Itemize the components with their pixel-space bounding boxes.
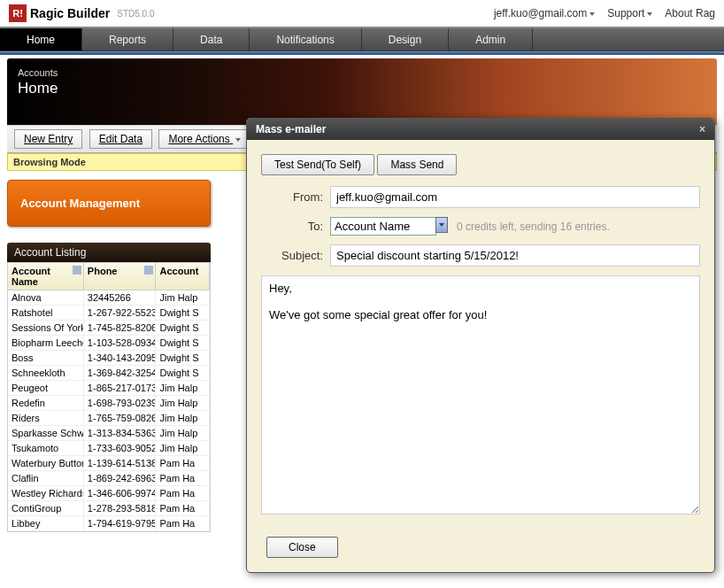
nav-bar: Home Reports Data Notifications Design A… — [0, 27, 724, 51]
table-row[interactable]: Boss1-340-143-2095Dwight S — [8, 351, 210, 366]
to-select[interactable]: Account Name — [330, 217, 436, 236]
table-row[interactable]: Westley Richards1-346-606-9974Pam Ha — [8, 486, 210, 501]
table-row[interactable]: Waterbury Button1-139-614-5138Pam Ha — [8, 456, 210, 471]
mass-send-button[interactable]: Mass Send — [377, 154, 457, 175]
new-entry-button[interactable]: New Entry — [14, 129, 82, 149]
close-button[interactable]: Close — [266, 537, 338, 558]
nav-admin[interactable]: Admin — [449, 28, 533, 50]
table-row[interactable]: Riders1-765-759-0826Jim Halp — [8, 411, 210, 426]
table-row[interactable]: Sparkasse Schw1-313-834-5363Jim Halp — [8, 426, 210, 441]
filter-icon[interactable] — [73, 266, 81, 275]
credits-text: 0 credits left, sending 16 entries. — [457, 220, 610, 233]
table-row[interactable]: Alnova32445266Jim Halp — [8, 290, 210, 306]
mass-emailer-modal: Mass e-mailer × Test Send(To Self) Mass … — [246, 118, 715, 573]
edit-data-button[interactable]: Edit Data — [89, 129, 152, 149]
breadcrumb[interactable]: Accounts — [18, 67, 706, 78]
message-body[interactable] — [261, 275, 700, 514]
caret-down-icon — [647, 12, 652, 16]
about-link[interactable]: About Rag — [665, 7, 715, 19]
close-icon[interactable]: × — [699, 123, 705, 135]
table-row[interactable]: Redefin1-698-793-0239Jim Halp — [8, 396, 210, 411]
col-phone[interactable]: Phone — [84, 263, 157, 290]
table-row[interactable]: Ratshotel1-267-922-5523Dwight S — [8, 306, 210, 321]
table-row[interactable]: Claflin1-869-242-6963Pam Ha — [8, 471, 210, 486]
banner: Accounts Home — [7, 58, 717, 125]
caret-down-icon — [235, 138, 241, 142]
account-management-button[interactable]: Account Management — [7, 180, 211, 227]
table-row[interactable]: Biopharm Leeche1-103-528-0934Dwight S — [8, 336, 210, 351]
logo-icon: R! — [9, 4, 27, 22]
table-row[interactable]: Libbey1-794-619-9795Pam Ha — [8, 516, 210, 531]
subject-input[interactable] — [330, 244, 700, 267]
listing-grid: Account Name Phone Account Alnova3244526… — [7, 262, 211, 532]
user-menu[interactable]: jeff.kuo@gmail.com — [494, 7, 595, 19]
nav-design[interactable]: Design — [362, 28, 449, 50]
listing-title: Account Listing — [7, 243, 211, 262]
to-label: To: — [261, 220, 323, 233]
nav-data[interactable]: Data — [173, 28, 250, 50]
filter-icon[interactable] — [144, 266, 153, 275]
from-label: From: — [261, 190, 323, 204]
from-input[interactable] — [330, 186, 700, 208]
nav-reports[interactable]: Reports — [82, 28, 173, 50]
caret-down-icon — [589, 12, 595, 16]
table-row[interactable]: Tsukamoto1-733-603-9052Jim Halp — [8, 441, 210, 456]
chevron-down-icon[interactable] — [435, 217, 448, 233]
top-header: R! Ragic Builder STD5.0.0 jeff.kuo@gmail… — [0, 0, 724, 27]
app-version: STD5.0.0 — [117, 9, 154, 19]
nav-home[interactable]: Home — [0, 28, 82, 50]
support-menu[interactable]: Support — [607, 7, 652, 19]
sidebar: Account Management Account Listing Accou… — [7, 180, 211, 532]
col-account-name[interactable]: Account Name — [8, 263, 84, 290]
accent-strip — [0, 51, 724, 55]
table-row[interactable]: Peugeot1-865-217-0173Jim Halp — [8, 381, 210, 396]
subject-label: Subject: — [261, 249, 323, 262]
col-account-rep[interactable]: Account — [156, 263, 210, 290]
table-row[interactable]: ContiGroup1-278-293-5818Pam Ha — [8, 501, 210, 516]
listing-header-row: Account Name Phone Account — [8, 263, 210, 290]
table-row[interactable]: Sessions Of York1-745-825-8206Dwight S — [8, 321, 210, 336]
modal-title: Mass e-mailer — [256, 123, 326, 135]
table-row[interactable]: Schneekloth1-369-842-3254Dwight S — [8, 366, 210, 381]
app-name: Ragic Builder — [30, 6, 110, 20]
page-title: Home — [18, 80, 706, 97]
modal-header[interactable]: Mass e-mailer × — [247, 119, 714, 140]
more-actions-button[interactable]: More Actions — [158, 129, 250, 149]
nav-notifications[interactable]: Notifications — [250, 28, 361, 50]
test-send-button[interactable]: Test Send(To Self) — [261, 154, 374, 175]
